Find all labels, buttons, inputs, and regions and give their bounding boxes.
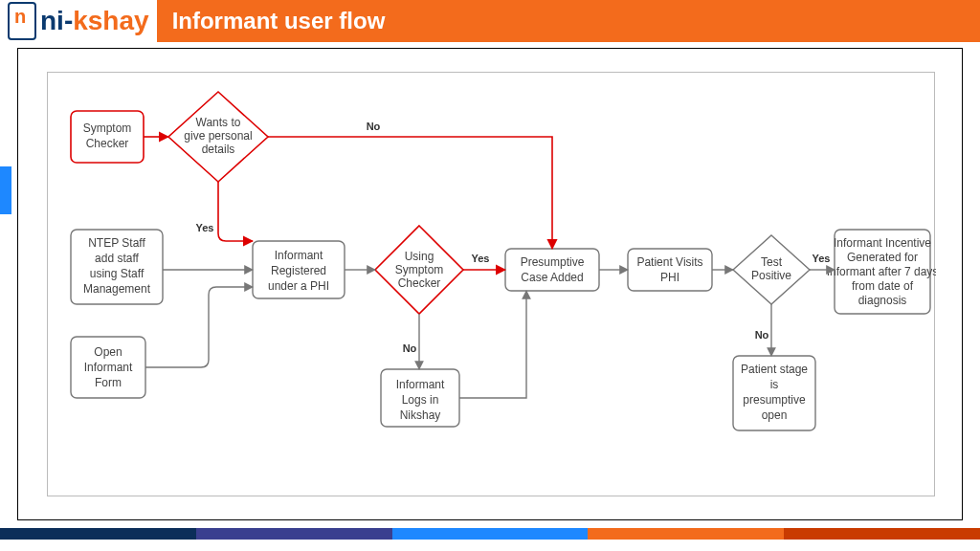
svg-text:Management: Management (83, 282, 151, 296)
svg-text:under a  PHI: under a PHI (268, 279, 329, 293)
label-using-yes: Yes (472, 253, 490, 264)
svg-text:Informant: Informant (275, 249, 323, 262)
svg-text:Test: Test (761, 255, 783, 269)
svg-text:Informant after 7 days: Informant after 7 days (827, 265, 936, 278)
svg-text:open: open (762, 408, 788, 422)
svg-text:Informant Incentive: Informant Incentive (834, 236, 931, 250)
svg-text:Open: Open (94, 345, 122, 359)
label-wants-no: No (367, 121, 381, 132)
edge-wants-yes (218, 182, 253, 241)
svg-text:Symptom: Symptom (395, 263, 444, 276)
svg-text:Form: Form (95, 376, 122, 389)
svg-text:give personal: give personal (184, 129, 252, 143)
svg-text:Registered: Registered (271, 264, 326, 277)
svg-text:Symptom: Symptom (83, 121, 132, 135)
svg-text:is: is (770, 378, 779, 391)
svg-text:Logs in: Logs in (402, 393, 439, 407)
svg-text:using Staff: using Staff (90, 267, 145, 280)
svg-text:presumptive: presumptive (743, 393, 806, 407)
brand-logo: ni-kshay (0, 0, 157, 42)
svg-text:diagnosis: diagnosis (858, 294, 907, 307)
flow-canvas: Symptom Checker Wants to give personal d… (47, 72, 935, 496)
svg-text:Patient Visits: Patient Visits (636, 255, 702, 269)
svg-text:Wants to: Wants to (196, 116, 241, 129)
svg-text:Patient stage: Patient stage (741, 363, 808, 376)
page-title: Informant user flow (172, 8, 386, 34)
label-test-yes: Yes (813, 253, 831, 264)
label-wants-yes: Yes (196, 222, 214, 233)
brand-kshay: kshay (73, 6, 148, 36)
label-using-no: No (403, 342, 417, 354)
edge-wants-no (268, 137, 552, 249)
page-title-bar: Informant user flow (157, 0, 980, 42)
svg-text:Generated for: Generated for (847, 251, 918, 264)
left-accent-stripe (0, 166, 11, 214)
svg-text:NTEP Staff: NTEP Staff (88, 236, 145, 250)
svg-text:details: details (202, 143, 235, 156)
tablet-icon (8, 2, 36, 40)
svg-text:Positive: Positive (751, 269, 791, 282)
svg-text:Nikshay: Nikshay (400, 408, 441, 422)
svg-text:Case Added: Case Added (521, 271, 583, 284)
header: ni-kshay Informant user flow (0, 0, 980, 42)
svg-text:Checker: Checker (86, 137, 129, 150)
label-test-no: No (755, 329, 769, 341)
svg-text:Informant: Informant (396, 378, 445, 391)
svg-text:Checker: Checker (398, 276, 441, 290)
outer-canvas: Symptom Checker Wants to give personal d… (17, 48, 963, 520)
svg-text:PHI: PHI (660, 271, 679, 284)
svg-text:add staff: add staff (95, 252, 139, 265)
svg-text:Presumptive: Presumptive (521, 255, 585, 269)
flowchart: Symptom Checker Wants to give personal d… (48, 73, 936, 497)
svg-text:Using: Using (405, 250, 434, 263)
footer-color-bar (0, 528, 980, 540)
svg-text:Informant: Informant (84, 361, 133, 374)
svg-text:from date of: from date of (852, 279, 914, 293)
edge-logs-to-presumptive (459, 291, 526, 398)
brand-ni: ni- (40, 6, 73, 36)
stage: Symptom Checker Wants to give personal d… (0, 42, 980, 540)
